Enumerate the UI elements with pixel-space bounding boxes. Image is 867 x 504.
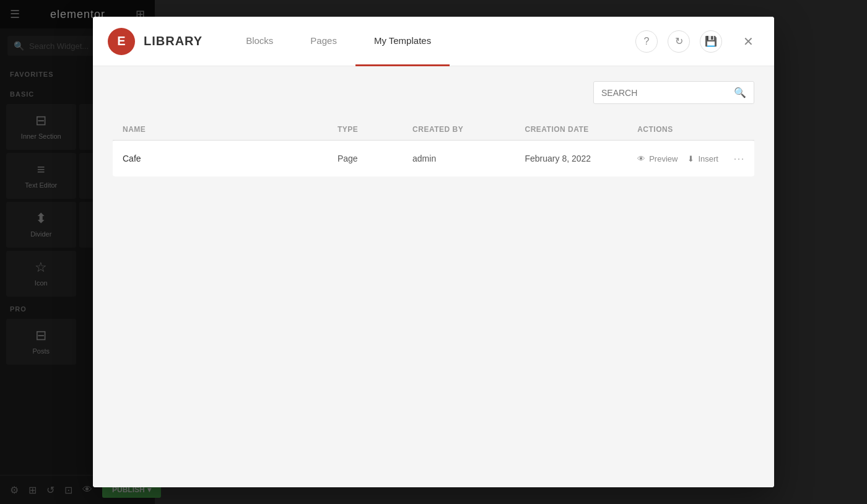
insert-icon: ⬇ — [687, 154, 694, 163]
modal-header-actions: ? ↻ 💾 ✕ — [635, 30, 759, 53]
modal-logo-letter: E — [117, 34, 125, 48]
insert-label: Insert — [698, 154, 718, 163]
help-button[interactable]: ? — [635, 30, 658, 53]
help-icon: ? — [644, 36, 650, 47]
preview-icon: 👁 — [637, 154, 645, 163]
preview-button[interactable]: 👁 Preview — [637, 154, 677, 163]
templates-table: NAME TYPE CREATED BY CREATION DATE ACTIO… — [113, 119, 754, 176]
close-button[interactable]: ✕ — [737, 30, 759, 53]
search-input[interactable] — [601, 88, 729, 98]
col-header-createdby: CREATED BY — [403, 119, 515, 141]
modal-overlay[interactable]: E LIBRARY Blocks Pages My Templates ? ↻ … — [0, 0, 867, 504]
col-header-creationdate: CREATION DATE — [515, 119, 627, 141]
search-bar[interactable]: 🔍 — [593, 81, 754, 104]
modal-title: LIBRARY — [144, 34, 203, 48]
tab-blocks[interactable]: Blocks — [227, 17, 292, 66]
actions-cell: 👁 Preview ⬇ Insert ⋯ — [637, 152, 744, 165]
cell-creationdate: February 8, 2022 — [515, 141, 627, 177]
preview-label: Preview — [649, 154, 677, 163]
close-icon: ✕ — [743, 34, 754, 49]
modal-logo: E — [108, 28, 135, 55]
modal-tabs: Blocks Pages My Templates — [227, 17, 635, 66]
search-container: 🔍 — [113, 81, 754, 104]
col-header-type: TYPE — [328, 119, 403, 141]
table-header: NAME TYPE CREATED BY CREATION DATE ACTIO… — [113, 119, 754, 141]
tab-my-templates[interactable]: My Templates — [355, 17, 450, 66]
tab-pages[interactable]: Pages — [292, 17, 355, 66]
modal-header: E LIBRARY Blocks Pages My Templates ? ↻ … — [93, 17, 774, 66]
table-body: Cafe Page admin February 8, 2022 👁 Previ… — [113, 141, 754, 177]
more-actions-button[interactable]: ⋯ — [733, 152, 744, 165]
cell-type: Page — [328, 141, 403, 177]
sync-icon: ↻ — [675, 35, 683, 47]
save-icon: 💾 — [705, 35, 717, 47]
library-modal: E LIBRARY Blocks Pages My Templates ? ↻ … — [93, 17, 774, 487]
save-button[interactable]: 💾 — [700, 30, 722, 53]
search-icon: 🔍 — [734, 87, 746, 98]
cell-createdby: admin — [403, 141, 515, 177]
modal-body: 🔍 NAME TYPE CREATED BY CREATION DATE ACT… — [93, 66, 774, 487]
cell-actions: 👁 Preview ⬇ Insert ⋯ — [627, 141, 754, 177]
col-header-actions: ACTIONS — [627, 119, 754, 141]
cell-name: Cafe — [113, 141, 328, 177]
table-row: Cafe Page admin February 8, 2022 👁 Previ… — [113, 141, 754, 177]
col-header-name: NAME — [113, 119, 328, 141]
insert-button[interactable]: ⬇ Insert — [687, 154, 718, 163]
sync-button[interactable]: ↻ — [668, 30, 690, 53]
